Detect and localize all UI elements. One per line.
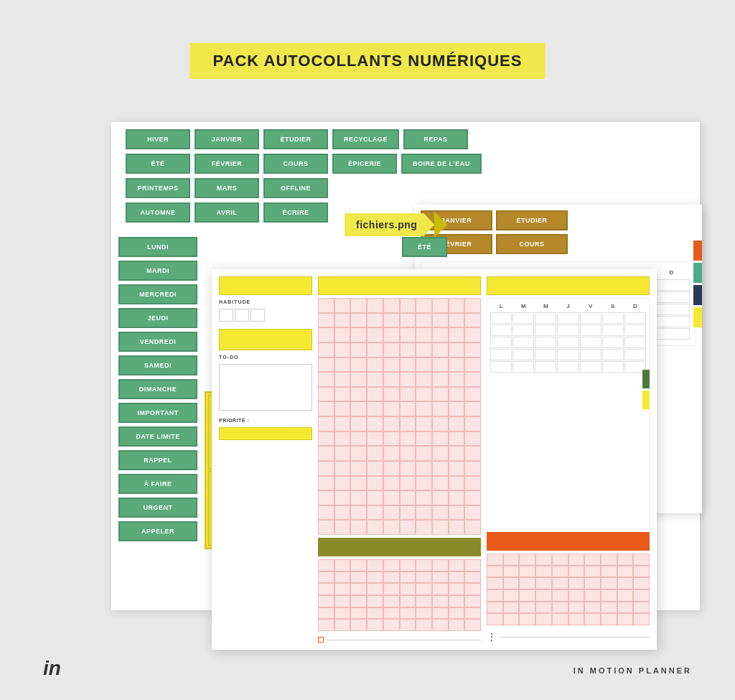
sticker-fevrier: FÉVRIER [195,154,259,174]
mid-cal-cell [653,304,690,315]
pink-bottom-cell [432,595,449,607]
sticker-ete: ÉTÉ [126,154,190,174]
pink-cell [350,401,367,416]
pink-right-cell [487,589,503,602]
pink-cell [383,446,400,461]
pink-right-cell [568,554,585,566]
front-cal-cell [512,337,534,348]
mid-sticker-rows: JANVIER ÉTUDIER FÉVRIER COURS [421,210,696,254]
fcal-h-v: V [580,302,601,311]
pink-cell [449,520,465,535]
pink-cell [318,313,334,328]
pink-cell [350,327,367,342]
pink-right-cell [519,589,535,602]
pink-cell [416,446,432,461]
pink-cell [318,372,334,387]
pink-cell [383,520,400,535]
pink-right-cell [584,613,601,625]
pink-bottom-cell [464,619,481,631]
mid-cal-cell [653,316,690,327]
front-yellow-header-left [219,276,312,295]
pink-grid [318,298,481,535]
pink-cell [350,505,367,521]
side-tab-yellow [693,307,702,327]
side-tab-green [642,370,650,388]
sticker-janvier: JANVIER [195,129,259,149]
pink-cell [367,446,383,461]
sticker-rappel: RAPPEL [118,450,197,470]
small-checkbox [318,637,324,643]
vertical-sticker-col: LUNDI MARDI MERCREDI JEUDI VENDREDI SAME… [118,237,197,541]
brand-name: IN MOTION PLANNER [574,666,692,675]
pink-bottom-cell [400,571,416,584]
pink-cell [367,298,383,313]
pink-cell [416,327,432,342]
front-layout: HABITUDE TO-DO PRIORITÉ : [219,276,650,643]
front-mid [318,276,481,643]
pink-cell [400,416,416,431]
sticker-cours: COURS [263,154,328,174]
pink-cell [350,298,367,313]
pink-cell [318,387,334,402]
sticker-recyclage: RECYCLAGE [332,129,399,149]
pink-bottom-cell [432,571,449,584]
pink-cell [318,298,334,313]
pink-right-cell [568,566,585,578]
front-cal-cell [624,337,646,348]
front-cal-cell [580,337,601,348]
pink-cell [449,327,465,342]
front-calendar: L M M J V S D [487,298,650,529]
pink-cell [432,358,449,373]
pink-cell [416,416,432,431]
sticker-row-3: PRINTEMPS MARS OFFLINE [118,178,693,198]
pink-cell [318,416,334,431]
pink-bottom-cell [449,583,465,595]
side-tab-orange [693,241,702,261]
front-cal-cell [624,325,646,336]
pink-cell [432,416,449,431]
sticker-ete-floating: ÉTÉ [402,237,447,257]
pink-bottom-cell [350,571,367,584]
pink-cell [416,461,432,476]
sticker-row-2: ÉTÉ FÉVRIER COURS ÉPICERIE BOIRE DE L'EA… [118,154,693,174]
pink-cell [334,505,351,521]
front-yellow-bottom [219,427,312,440]
pink-bottom-cell [464,559,481,571]
pink-right-cell [535,566,552,578]
pink-cell [318,358,334,373]
pink-right-cell [617,566,634,578]
front-cal-cell [512,325,534,336]
pink-bottom-cell [464,607,481,620]
pink-cell [383,387,400,402]
pink-right-cell [617,613,634,625]
pink-right-cell [487,602,503,614]
fcal-h-j: J [557,302,579,311]
pink-cell [367,520,383,535]
front-yellow-header-right [487,276,650,295]
pink-cell [383,476,400,491]
pink-right-cell [584,566,601,578]
pink-bottom-cell [367,595,383,607]
pink-cell [464,520,481,535]
pink-bottom-cell [449,619,465,631]
pink-bottom-cell [464,571,481,584]
sticker-ecrire: ÉCRIRE [263,202,328,223]
front-cal-cell [602,337,624,348]
pink-cell [318,490,334,505]
sticker-dimanche: DIMANCHE [118,379,197,399]
pink-bottom-cell [350,595,367,607]
checkbox-line [327,640,481,640]
pink-cell [350,461,367,476]
pink-cell [400,342,416,358]
sticker-appeler: APPELER [118,521,197,541]
pink-cell [334,342,351,358]
pink-bottom-cell [318,619,334,631]
pink-cell [464,358,481,373]
logo-icon: in [43,658,61,678]
pink-cell [400,505,416,521]
front-cal-cell [490,312,512,324]
pink-right-cell [503,613,520,625]
pink-cell [400,476,416,491]
pink-cell [367,372,383,387]
pink-bottom-cell [432,559,449,571]
